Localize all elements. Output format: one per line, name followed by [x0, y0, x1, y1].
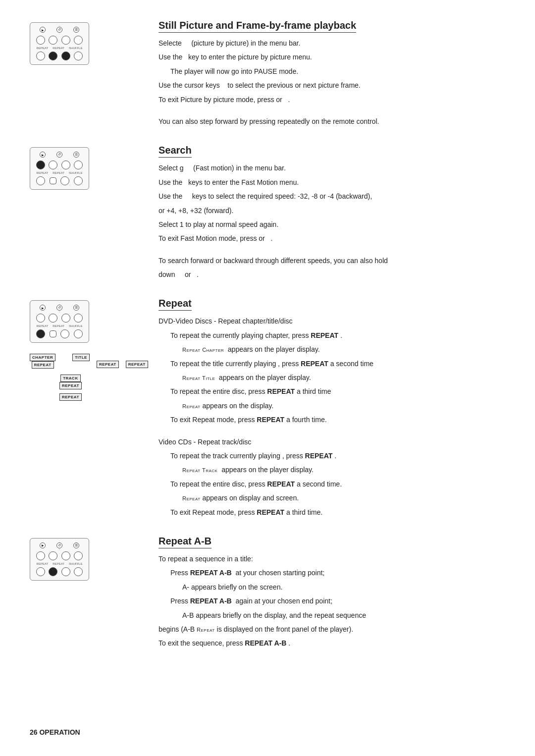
rbtn1	[36, 314, 45, 323]
rbtn2	[49, 314, 57, 323]
btn6	[49, 52, 57, 60]
play-icon-s: ▶	[40, 152, 46, 158]
dvd-line-1: To repeat the currently playing chapter,…	[170, 330, 505, 341]
vcd-line-2: Repeat Track appears on the player displ…	[182, 464, 505, 475]
search-line-5: Select 1 to play at normal speed again.	[159, 219, 505, 230]
ablabel-repeat1: REPEAT	[37, 562, 49, 565]
still-picture-right: Still Picture and Frame-by-frame playbac…	[159, 20, 505, 130]
sbtn1	[36, 161, 45, 169]
ab-line-7: To exit the sequence, press REPEAT A-B .	[159, 638, 505, 648]
chapter-repeat-label: CHAPTER	[30, 354, 55, 361]
track-repeat-label: TRACK	[60, 375, 81, 382]
abbtn1	[36, 551, 45, 560]
sbtn3	[61, 161, 70, 169]
still-line-1: Selecte (picture by picture) in the menu…	[159, 38, 505, 49]
ablabel-shuffle: SHUFFLE	[69, 562, 82, 565]
slabel-repeat2: REPEAT	[53, 171, 64, 174]
abbtn2	[49, 551, 57, 560]
still-picture-section: ▶ ↺ ☰ REPEAT REPEAT SHUFFLE	[30, 20, 505, 130]
btn5	[36, 52, 45, 60]
still-line-2: Use the key to enter the picture by pict…	[159, 52, 505, 62]
search-section: ▶ ↺ ☰ REPEAT REPEAT SHUFFLE	[30, 145, 505, 283]
label-repeat1: REPEAT	[37, 47, 49, 50]
footer: 26 OPERATION	[30, 728, 80, 736]
remote-repeat: ▶ ↺ ☰ REPEAT REPEAT SHUFFLE	[30, 300, 89, 343]
abbtn6	[49, 567, 57, 576]
search-title: Search	[159, 145, 192, 158]
btn4	[74, 36, 83, 45]
abbtn7	[61, 567, 70, 576]
rbtn5	[36, 329, 45, 338]
repeat-ab-section: ▶ ↺ ☰ REPEAT REPEAT SHUFFLE	[30, 536, 505, 652]
menu-icon-r: ☰	[73, 305, 79, 311]
rbtn7	[60, 329, 69, 338]
btn2	[49, 36, 57, 45]
menu-icon-ab: ☰	[73, 542, 79, 548]
abbtn3	[61, 551, 70, 560]
abbtn8	[74, 567, 83, 576]
vcd-line-3: To repeat the entire disc, press REPEAT …	[170, 479, 505, 489]
search-line-2: Use the keys to enter the Fast Motion me…	[159, 177, 505, 188]
chapter-repeat-sub: REPEAT	[32, 361, 54, 369]
dvd-line-7: To exit Repeat mode, press REPEAT a four…	[170, 414, 505, 425]
vcd-line-5: To exit Repeat mode, press REPEAT a thir…	[170, 507, 505, 518]
rbtn4	[74, 314, 83, 323]
rbtn8	[74, 329, 83, 338]
menu-icon: ☰	[73, 27, 79, 33]
label-repeat2: REPEAT	[53, 47, 64, 50]
sbtn4	[74, 161, 83, 169]
remote-repeat-ab: ▶ ↺ ☰ REPEAT REPEAT SHUFFLE	[30, 538, 89, 581]
play-icon-ab: ▶	[40, 542, 46, 548]
remote-search: ▶ ↺ ☰ REPEAT REPEAT SHUFFLE	[30, 147, 89, 190]
vcd-line-4: Repeat appears on display and screen.	[182, 492, 505, 503]
btn3	[61, 36, 70, 45]
search-line-1: Select g (Fast motion) in the menu bar.	[159, 162, 505, 173]
ab-line-5: A-B appears briefly on the display, and …	[182, 610, 505, 621]
vcd-header: Video CDs - Repeat track/disc	[159, 436, 505, 447]
dvd-line-4: Repeat Title appears on the player displ…	[182, 372, 505, 383]
label-shuffle: SHUFFLE	[69, 47, 82, 50]
still-picture-left: ▶ ↺ ☰ REPEAT REPEAT SHUFFLE	[30, 20, 159, 68]
angle-icon: ↺	[56, 27, 62, 33]
abbtn5	[36, 567, 45, 576]
sbtn2	[49, 161, 57, 169]
btn1	[36, 36, 45, 45]
search-line-3: Use the keys to select the required spee…	[159, 191, 505, 202]
repeat-labels: CHAPTER REPEAT TITLE REPEAT REPEAT	[30, 354, 150, 399]
rlabel-repeat2: REPEAT	[53, 324, 64, 327]
btn7	[61, 52, 70, 60]
angle-icon-s: ↺	[56, 152, 62, 158]
angle-icon-r: ↺	[56, 305, 62, 311]
slabel-shuffle: SHUFFLE	[69, 171, 82, 174]
rlabel-shuffle: SHUFFLE	[69, 324, 82, 327]
repeat-row-track: TRACK REPEAT	[30, 375, 150, 389]
disc-repeat-label: REPEAT	[126, 361, 148, 368]
dvd-line-5: To repeat the entire disc, press REPEAT …	[170, 386, 505, 397]
menu-icon-s: ☰	[73, 152, 79, 158]
dvd-line-6: Repeat appears on the display.	[182, 400, 505, 411]
ab-line-6: begins (A-B Repeat is displayed on the f…	[159, 624, 505, 635]
btn8	[74, 52, 83, 60]
ab-line-1: To repeat a sequence in a title:	[159, 553, 505, 564]
search-line-8: down or .	[159, 269, 505, 280]
slabel-repeat1: REPEAT	[37, 171, 49, 174]
repeat-ab-title: Repeat A-B	[159, 536, 212, 548]
sbtn7	[60, 176, 69, 185]
repeat-right: Repeat DVD-Video Discs - Repeat chapter/…	[159, 298, 505, 520]
play-icon-r: ▶	[40, 305, 46, 311]
repeat-only-label: REPEAT	[59, 393, 82, 401]
search-right: Search Select g (Fast motion) in the men…	[159, 145, 505, 283]
still-line-3: The player will now go into PAUSE mode.	[170, 66, 505, 77]
search-line-6: To exit Fast Motion mode, press or .	[159, 233, 505, 244]
sbtn5	[36, 176, 45, 185]
vcd-line-1: To repeat the track currently playing , …	[170, 450, 505, 461]
repeat-ab-right: Repeat A-B To repeat a sequence in a tit…	[159, 536, 505, 652]
repeat-title: Repeat	[159, 298, 192, 311]
search-line-4: or +4, +8, +32 (forward).	[159, 205, 505, 216]
sbtn6	[50, 177, 56, 184]
title-repeat-sub: REPEAT	[97, 361, 119, 368]
search-line-7: To search forward or backward through di…	[159, 255, 505, 266]
repeat-row-chapter-title: CHAPTER REPEAT TITLE REPEAT REPEAT	[30, 354, 150, 369]
search-left: ▶ ↺ ☰ REPEAT REPEAT SHUFFLE	[30, 145, 159, 193]
abbtn4	[74, 551, 83, 560]
